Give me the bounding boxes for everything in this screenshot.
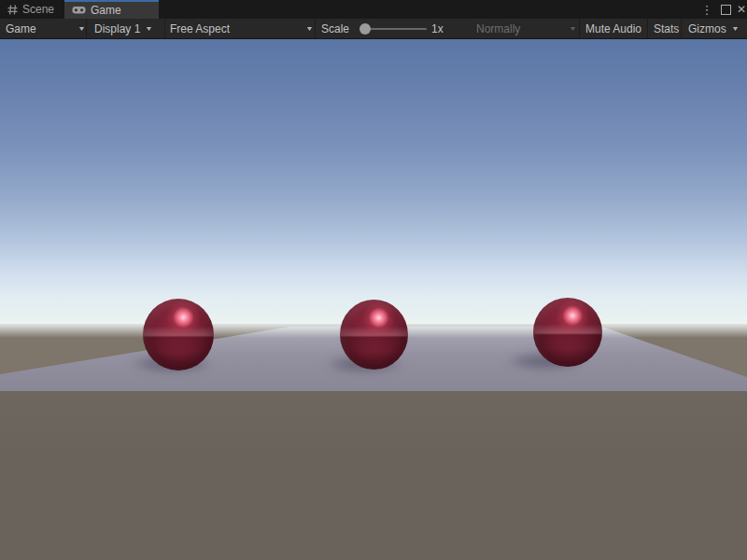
tab-game-label: Game (91, 4, 121, 17)
mute-audio-button[interactable]: Mute Audio (585, 19, 641, 38)
near-ground-plane (0, 391, 747, 560)
chevron-down-icon: ▼ (569, 25, 577, 32)
tab-scene-label: Scene (22, 3, 54, 16)
chevron-down-icon: ▼ (145, 25, 153, 32)
game-render-viewport[interactable] (0, 39, 747, 560)
chevron-down-icon: ▼ (305, 25, 314, 32)
tab-scene[interactable]: Scene (0, 0, 64, 19)
gamepad-icon (72, 6, 86, 15)
red-sphere-right (533, 298, 602, 367)
game-view-toolbar: Game ▼ Display 1 ▼ Free Aspect ▼ Scale 1… (0, 19, 747, 39)
maximize-icon[interactable] (719, 0, 732, 19)
display-dropdown[interactable]: Display 1 ▼ (94, 19, 152, 38)
chevron-down-icon: ▼ (731, 25, 740, 32)
chevron-down-icon: ▼ (78, 25, 86, 32)
gizmos-dropdown[interactable]: Gizmos ▼ (688, 19, 739, 38)
tab-game[interactable]: Game (64, 0, 159, 19)
sky-gradient (0, 39, 747, 327)
aspect-ratio-dropdown[interactable]: Free Aspect ▼ (170, 19, 230, 38)
scale-value: 1x (431, 19, 444, 38)
close-icon[interactable]: ✕ (735, 0, 747, 19)
red-sphere-left (143, 299, 214, 371)
scale-slider-track[interactable] (365, 28, 427, 30)
window-menu-icon[interactable]: ⋮ (700, 0, 713, 19)
stats-button[interactable]: Stats (654, 19, 679, 38)
tab-bar: Scene Game ⋮ ✕ (0, 0, 747, 19)
play-focus-dropdown: Normally ▼ (476, 19, 520, 38)
scale-slider-knob[interactable] (359, 23, 371, 35)
red-sphere-center (340, 300, 408, 370)
unity-game-view-window: Scene Game ⋮ ✕ Game ▼ Display 1 ▼ (0, 0, 747, 560)
scene-grid-icon (7, 5, 18, 15)
scale-label: Scale (321, 19, 349, 38)
game-mode-dropdown[interactable]: Game ▼ (6, 19, 36, 38)
